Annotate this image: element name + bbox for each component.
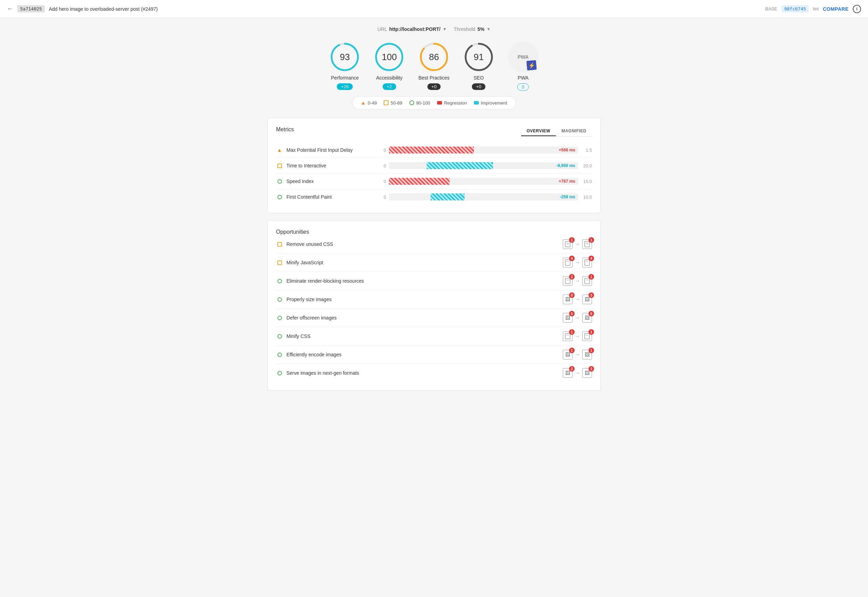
- opp-icon-defer-offscreen: [276, 314, 283, 321]
- url-dropdown-arrow: ▼: [443, 27, 447, 31]
- opp-icon-minify-css: [276, 333, 283, 340]
- score-circle-accessibility: 100: [374, 42, 405, 72]
- info-button[interactable]: i: [853, 5, 861, 13]
- metrics-title: Metrics: [276, 126, 294, 133]
- from-count-do: 5: [569, 311, 575, 316]
- score-label-pwa: PWA: [518, 75, 528, 80]
- from-count-js: 4: [569, 255, 575, 261]
- opp-icon-unused-css: [276, 241, 283, 248]
- circle-green-icon-ng: [277, 371, 282, 376]
- svg-rect-20: [585, 278, 589, 284]
- to-count-ee: 1: [589, 348, 594, 353]
- metric-zero-tti: 0: [384, 163, 386, 168]
- triangle-icon: ▲: [277, 147, 282, 153]
- from-count-ee: 1: [569, 348, 575, 353]
- circle-green-icon-ps: [277, 297, 282, 302]
- metric-score-fcp: 10.0: [581, 195, 592, 200]
- arrow-icon-ee: →: [575, 352, 580, 358]
- opp-icon-efficiently-encode: [276, 351, 283, 358]
- score-seo: 91 SEO +0: [463, 42, 494, 91]
- opp-actions-minify-js: 4 → 4: [563, 258, 592, 267]
- opp-from-badge-rb: 2: [563, 276, 573, 286]
- metric-row-tti: Time to Interactive 0 -9,950 ms 20.0: [276, 158, 592, 174]
- from-count-rb: 2: [569, 274, 575, 279]
- metric-row-fid: ▲ Max Potential First Input Delay 0 +566…: [276, 143, 592, 158]
- url-selector[interactable]: URL http://localhost:PORT/ ▼: [377, 27, 447, 32]
- legend-improvement: Improvement: [474, 100, 507, 105]
- opp-render-blocking: Eliminate render-blocking resources 2 → …: [276, 272, 592, 290]
- circle-green-icon-rb: [277, 279, 282, 284]
- back-button[interactable]: ←: [7, 5, 13, 12]
- metric-icon-fid: ▲: [276, 147, 283, 153]
- arrow-icon-js: →: [575, 260, 580, 266]
- to-count: 1: [589, 237, 594, 243]
- opp-actions-efficiently-encode: 🖼 1 → 🖼 1: [563, 350, 592, 359]
- opp-to-badge-rb: 1: [582, 276, 592, 286]
- legend-rect-teal-icon: [474, 101, 479, 104]
- opp-name-unused-css: Remove unused CSS: [286, 241, 563, 247]
- bar-label-fcp: -259 ms: [560, 195, 575, 199]
- opp-icon-properly-size: [276, 296, 283, 303]
- threshold-dropdown-arrow: ▼: [487, 27, 491, 31]
- score-best-practices: 86 Best Practices +0: [418, 42, 449, 91]
- pwa-lightning-icon: ⚡: [526, 60, 537, 70]
- opp-actions-render-blocking: 2 → 1: [563, 276, 592, 286]
- to-count-rb: 1: [589, 274, 594, 279]
- legend-rect-red-icon: [437, 101, 442, 104]
- svg-rect-14: [565, 260, 570, 265]
- metric-score-si: 15.0: [581, 179, 592, 184]
- score-badge-seo: +0: [472, 83, 485, 90]
- metric-bar-fcp: -259 ms: [389, 193, 578, 201]
- opp-name-minify-css: Minify CSS: [286, 333, 563, 339]
- metric-bar-fid: +566 ms: [389, 146, 578, 154]
- from-count-mc: 1: [569, 329, 575, 335]
- tab-magnified[interactable]: MAGNIFIED: [556, 126, 592, 136]
- legend-50-89-label: 50-89: [390, 100, 402, 105]
- header: ← 5a714025 Add hero image to overloaded-…: [0, 0, 868, 18]
- base-label: BASE: [765, 6, 777, 12]
- svg-rect-16: [585, 260, 589, 265]
- metric-zero-fid: 0: [384, 148, 386, 153]
- opp-from-badge-minify-js: 4: [563, 258, 573, 267]
- opp-to-badge-mc: 1: [582, 331, 592, 341]
- to-count-do: 6: [589, 311, 594, 316]
- from-count-ng: 2: [569, 366, 575, 371]
- metric-name-si: Speed Index: [286, 178, 384, 184]
- opp-from-badge-ee: 🖼 1: [563, 350, 573, 359]
- metric-name-tti: Time to Interactive: [286, 163, 384, 168]
- legend-90-100: 90-100: [410, 100, 430, 105]
- threshold-selector[interactable]: Threshold 5% ▼: [454, 27, 491, 32]
- opp-name-minify-js: Minify JavaScript: [286, 260, 563, 265]
- url-label: URL: [377, 27, 387, 32]
- opp-defer-offscreen: Defer offscreen images 🖼 5 → 🖼 6: [276, 309, 592, 327]
- score-badge-pwa: 0: [517, 83, 529, 91]
- opp-icon-next-gen: [276, 370, 283, 376]
- metric-row-fcp: First Contentful Paint 0 -259 ms 10.0: [276, 189, 592, 205]
- legend-50-89: 50-89: [384, 100, 402, 105]
- opp-from-badge-mc: 1: [563, 331, 573, 341]
- opp-remove-unused-css: Remove unused CSS 1 → 1: [276, 235, 592, 254]
- opp-name-efficiently-encode: Efficiently encode images: [286, 352, 563, 357]
- metric-bar-tti: -9,950 ms: [389, 162, 578, 170]
- url-row: URL http://localhost:PORT/ ▼ Threshold 5…: [267, 27, 601, 32]
- legend-circle-green-icon: [410, 100, 414, 105]
- opp-name-defer-offscreen: Defer offscreen images: [286, 315, 563, 321]
- opp-actions-minify-css: 1 → 1: [563, 331, 592, 341]
- compare-button[interactable]: COMPARE: [823, 6, 849, 12]
- score-number-best-practices: 86: [429, 52, 439, 62]
- opp-to-badge-ng: 🖼 3: [582, 368, 592, 378]
- legend-regression-label: Regression: [444, 100, 467, 105]
- lint-label: lint: [813, 6, 819, 12]
- opportunities-card: Opportunities Remove unused CSS 1 →: [267, 220, 601, 391]
- metric-bar-si: +767 ms: [389, 177, 578, 186]
- metric-score-tti: 20.0: [581, 163, 592, 168]
- arrow-icon-ps: →: [575, 296, 580, 303]
- tab-overview[interactable]: OVERVIEW: [521, 126, 556, 136]
- opp-to-badge-do: 🖼 6: [582, 313, 592, 323]
- score-label-seo: SEO: [473, 75, 484, 80]
- svg-rect-24: [585, 333, 589, 339]
- opp-to-badge-minify-js: 4: [582, 258, 592, 267]
- square-orange-icon: [277, 163, 282, 168]
- threshold-value: 5%: [478, 27, 484, 32]
- opp-minify-css: Minify CSS 1 → 1: [276, 327, 592, 346]
